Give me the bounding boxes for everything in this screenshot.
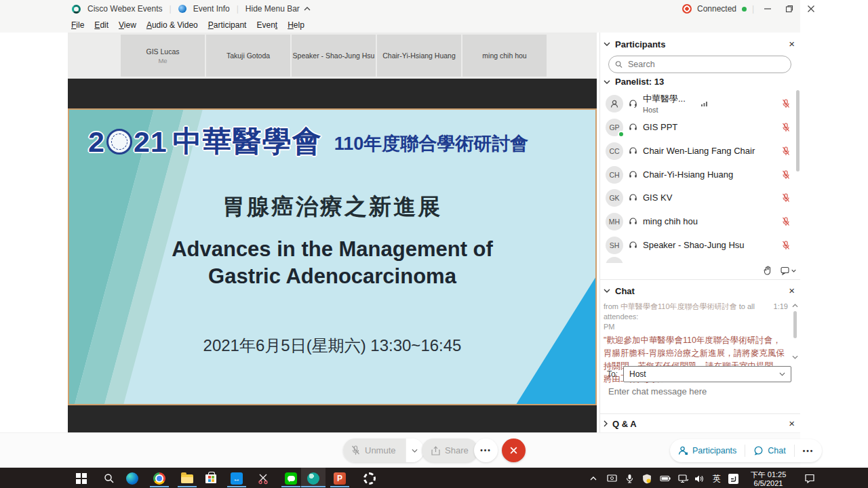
menu-event[interactable]: Event — [256, 20, 277, 30]
video-tile[interactable]: Speaker - Shao-Jung Hsu — [292, 35, 376, 77]
powerpoint-icon[interactable]: P — [332, 471, 347, 486]
edge-icon[interactable] — [125, 471, 140, 486]
speech-bubble-icon — [781, 266, 790, 275]
participant-row[interactable]: GP GIS PPT — [606, 115, 790, 139]
chat-options-button[interactable] — [781, 266, 796, 275]
chat-timestamp-meridiem: PM — [604, 322, 788, 332]
tray-expand-icon[interactable] — [587, 472, 599, 485]
snipping-tool-icon[interactable] — [256, 471, 271, 486]
menu-help[interactable]: Help — [288, 20, 304, 30]
mic-muted-icon[interactable] — [782, 146, 790, 156]
ms-store-icon[interactable] — [203, 471, 218, 486]
menu-participant[interactable]: Participant — [208, 20, 247, 30]
connected-status[interactable]: Connected — [697, 4, 736, 14]
running-indicator — [227, 486, 246, 487]
search-input[interactable] — [627, 59, 785, 70]
chat-meta: from 中華醫學會110年度聯合學術研討會 to all attendees: — [604, 302, 774, 322]
event-info-button[interactable]: Event Info — [193, 4, 230, 14]
action-center-icon[interactable] — [804, 472, 816, 485]
mic-muted-icon[interactable] — [782, 170, 790, 180]
close-participants-button[interactable]: × — [789, 39, 795, 49]
chat-scroll-up-icon[interactable] — [792, 304, 798, 308]
tray-mic-icon[interactable] — [623, 472, 635, 485]
line-app-icon[interactable] — [283, 471, 298, 486]
teamviewer-icon[interactable]: ↔ — [229, 471, 244, 486]
recipient-select[interactable]: Host — [623, 366, 791, 382]
close-qa-button[interactable]: × — [789, 419, 795, 428]
share-button[interactable]: Share — [422, 439, 478, 462]
mic-muted-icon[interactable] — [782, 99, 790, 108]
video-tile[interactable]: ming chih hou — [462, 35, 547, 77]
mic-muted-icon[interactable] — [782, 241, 790, 250]
more-options-button[interactable]: ••• — [474, 439, 498, 462]
headset-icon — [629, 99, 637, 108]
file-explorer-icon[interactable] — [180, 471, 195, 486]
chrome-icon[interactable] — [152, 471, 167, 486]
more-panels-button[interactable]: ••• — [795, 439, 823, 462]
panel-divider — [599, 413, 800, 414]
participant-row[interactable]: CH Chair-Yi-Hsiang Huang — [606, 163, 790, 186]
app-title: Cisco Webex Events — [87, 4, 163, 14]
participant-search[interactable] — [608, 56, 791, 73]
webex-app-icon[interactable] — [306, 471, 321, 486]
chat-toggle-button[interactable]: Chat — [745, 439, 793, 462]
chat-panel-header[interactable]: Chat × — [604, 284, 795, 298]
participant-row[interactable]: CC Chair Wen-Liang Fang Chair — [606, 139, 790, 163]
close-window-button[interactable] — [807, 5, 815, 13]
tray-security-icon[interactable] — [641, 472, 653, 485]
tray-network-icon[interactable] — [677, 472, 689, 485]
qa-panel-header[interactable]: Q & A × — [604, 417, 795, 430]
unmute-button[interactable]: Unmute — [343, 439, 406, 462]
chat-scroll-down-icon[interactable] — [792, 355, 798, 359]
taskbar-search-icon[interactable] — [102, 471, 117, 486]
slide-year-suffix: 21 — [134, 125, 167, 159]
video-tile[interactable]: Takuji Gotoda — [206, 35, 290, 77]
close-chat-button[interactable]: × — [789, 286, 795, 296]
chat-scrollbar[interactable] — [793, 311, 797, 338]
headset-icon — [629, 123, 637, 131]
menu-audio-video[interactable]: Audio & Video — [146, 20, 198, 30]
settings-gear-icon[interactable] — [362, 471, 377, 486]
tray-clock[interactable]: 下午 01:25 6/5/2021 — [745, 470, 792, 488]
video-thumbnail-strip: GIS Lucas Me Takuji Gotoda Speaker - Sha… — [68, 33, 597, 79]
maximize-button[interactable] — [785, 5, 793, 13]
titlebar-right: Connected | — [682, 4, 819, 14]
title-bar: Cisco Webex Events | Event Info | Hide M… — [0, 0, 800, 18]
chat-timestamp: 1:19 — [774, 302, 788, 312]
participant-row[interactable]: GK GIS KV — [606, 186, 790, 209]
panelist-section-header[interactable]: Panelist: 13 — [604, 77, 664, 87]
slide-header: 2 21 中華醫學會 110年度聯合學術研討會 — [88, 122, 528, 161]
participant-row[interactable]: MH ming chih hou — [606, 209, 790, 233]
running-indicator — [281, 486, 300, 487]
start-button[interactable] — [74, 471, 89, 486]
tray-volume-icon[interactable] — [693, 472, 705, 485]
tray-battery-icon[interactable] — [659, 472, 671, 485]
menu-file[interactable]: File — [71, 20, 84, 30]
hide-menu-bar-button[interactable]: Hide Menu Bar — [245, 4, 311, 14]
tray-cast-icon[interactable] — [606, 472, 618, 485]
minimize-button[interactable] — [764, 5, 772, 13]
menu-edit[interactable]: Edit — [94, 20, 108, 30]
leave-event-button[interactable] — [502, 439, 526, 462]
mic-muted-icon[interactable] — [782, 217, 790, 226]
video-tile[interactable]: Chair-Yi-Hsiang Huang — [377, 35, 461, 77]
mic-muted-icon[interactable] — [782, 123, 790, 132]
event-info-icon — [178, 5, 186, 13]
participant-name-block: 中華醫學... Host — [643, 93, 686, 114]
participant-row-partial — [606, 257, 623, 263]
video-tile-self[interactable]: GIS Lucas Me — [121, 35, 205, 77]
participants-scrollbar[interactable] — [796, 90, 800, 171]
headset-icon — [629, 217, 637, 226]
participants-toggle-button[interactable]: Participants — [670, 439, 745, 462]
raise-hand-icon[interactable] — [764, 266, 772, 275]
mic-muted-icon[interactable] — [782, 193, 790, 203]
participants-panel-header[interactable]: Participants × — [604, 37, 795, 51]
stage-letterbox-bottom — [68, 405, 597, 432]
tray-ime-mode-icon[interactable] — [727, 472, 739, 485]
tray-ime-language[interactable]: 英 — [711, 472, 723, 485]
participant-row-host[interactable]: 中華醫學... Host — [606, 92, 790, 115]
menu-view[interactable]: View — [119, 20, 136, 30]
chat-input[interactable] — [607, 385, 793, 404]
participant-row[interactable]: SH Speaker - Shao-Jung Hsu — [606, 233, 790, 257]
panel-toggle-cluster: Participants Chat ••• — [670, 439, 822, 462]
